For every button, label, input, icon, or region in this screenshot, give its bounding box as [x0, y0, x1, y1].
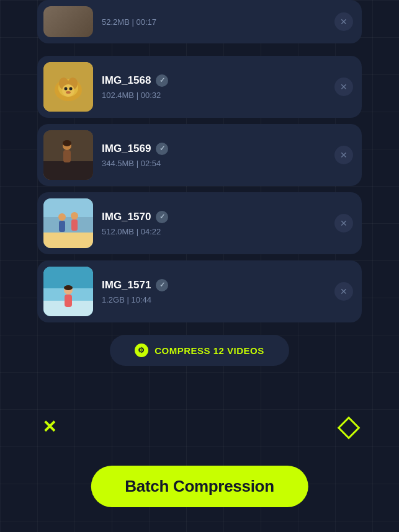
svg-point-19 [58, 213, 66, 221]
svg-point-21 [71, 212, 78, 219]
svg-point-29 [64, 285, 73, 290]
svg-rect-20 [59, 221, 65, 232]
video-card-partial: 52.2MB | 00:17 ✕ [37, 0, 362, 43]
svg-rect-10 [43, 161, 93, 180]
video-thumbnail-1569 [43, 130, 93, 180]
video-duration: 00:17 [136, 17, 156, 27]
video-meta-1569: 344.5MB | 02:54 [102, 159, 334, 168]
remove-video-btn[interactable]: ✕ [334, 12, 353, 31]
check-icon-1570 [156, 211, 168, 223]
svg-point-6 [65, 87, 68, 91]
svg-point-8 [66, 91, 71, 94]
video-meta-partial: 52.2MB | 00:17 [102, 17, 334, 27]
video-meta-1568: 102.4MB | 00:32 [102, 91, 334, 100]
video-thumbnail-partial [43, 6, 93, 37]
video-meta-1570: 512.0MB | 04:22 [102, 227, 334, 236]
video-card-1570: IMG_1570 512.0MB | 04:22 ✕ [37, 192, 362, 254]
svg-rect-16 [43, 233, 93, 248]
deco-x-icon: ✕ [42, 419, 56, 436]
video-info-partial: 52.2MB | 00:17 [102, 17, 334, 27]
video-card-1569: IMG_1569 344.5MB | 02:54 ✕ [37, 124, 362, 186]
video-card-1568: IMG_1568 102.4MB | 00:32 ✕ [37, 56, 362, 118]
compress-btn-container: ⚙ COMPRESS 12 VIDEOS [0, 335, 399, 366]
compress-icon: ⚙ [135, 344, 148, 357]
video-info-1568: IMG_1568 102.4MB | 00:32 [102, 74, 334, 100]
video-thumbnail-1568 [43, 62, 93, 112]
video-thumbnail-1571 [43, 267, 93, 316]
svg-rect-17 [43, 217, 93, 233]
remove-video-1568-btn[interactable]: ✕ [334, 78, 353, 96]
video-info-1571: IMG_1571 1.2GB | 10:44 [102, 279, 334, 304]
video-info-1569: IMG_1569 344.5MB | 02:54 [102, 143, 334, 168]
video-thumbnail-1570 [43, 198, 93, 248]
deco-diamond-icon [338, 417, 361, 440]
svg-point-7 [69, 87, 73, 91]
compress-videos-btn[interactable]: ⚙ COMPRESS 12 VIDEOS [110, 335, 289, 366]
batch-compression-btn[interactable]: Batch Compression [91, 466, 308, 507]
video-name-1571: IMG_1571 [102, 279, 151, 291]
svg-rect-26 [43, 267, 93, 288]
svg-rect-28 [65, 295, 72, 307]
compress-btn-label: COMPRESS 12 VIDEOS [155, 345, 264, 356]
video-size: 52.2MB [102, 17, 130, 27]
video-list: IMG_1568 102.4MB | 00:32 ✕ [0, 50, 399, 322]
check-icon-1569 [156, 143, 168, 155]
remove-video-1570-btn[interactable]: ✕ [334, 214, 353, 233]
svg-point-14 [63, 140, 71, 146]
video-card-1571: IMG_1571 1.2GB | 10:44 ✕ [37, 260, 362, 322]
video-info-1570: IMG_1570 512.0MB | 04:22 [102, 211, 334, 236]
check-icon-1571 [156, 279, 168, 291]
svg-rect-22 [71, 219, 78, 231]
svg-rect-13 [63, 150, 71, 162]
remove-video-1571-btn[interactable]: ✕ [334, 282, 353, 301]
video-name-1568: IMG_1568 [102, 74, 151, 87]
video-name-1570: IMG_1570 [102, 211, 151, 223]
remove-video-1569-btn[interactable]: ✕ [334, 146, 353, 164]
svg-point-5 [62, 84, 74, 97]
svg-rect-18 [43, 198, 93, 217]
check-icon-1568 [156, 74, 168, 87]
video-name-1569: IMG_1569 [102, 143, 151, 155]
video-meta-1571: 1.2GB | 10:44 [102, 295, 334, 304]
